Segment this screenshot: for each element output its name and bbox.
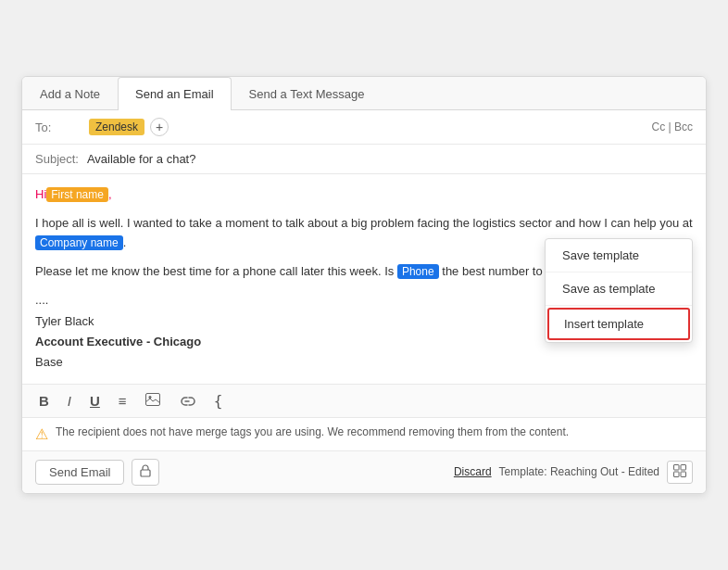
email-form: To: Zendesk + Cc | Bcc Subject: Availabl… [22, 110, 706, 493]
recipient-pill[interactable]: Zendesk [89, 119, 144, 135]
svg-rect-6 [681, 472, 686, 477]
tab-bar: Add a Note Send an Email Send a Text Mes… [22, 77, 706, 110]
link-button[interactable] [175, 391, 199, 411]
email-composer: Add a Note Send an Email Send a Text Mes… [21, 76, 707, 494]
greeting-hi: Hi [35, 187, 46, 201]
warning-icon: ⚠ [35, 425, 48, 443]
insert-template-item[interactable]: Insert template [547, 308, 690, 340]
tab-add-note[interactable]: Add a Note [22, 77, 118, 110]
para2-text: Please let me know the best time for a p… [35, 264, 394, 278]
para1-suffix: . [123, 235, 127, 249]
add-recipient-button[interactable]: + [150, 118, 169, 136]
footer-right: Discard Template: Reaching Out - Edited [454, 461, 693, 484]
svg-rect-3 [674, 464, 680, 470]
footer-bar: Send Email Discard Template: Reaching Ou… [22, 450, 706, 493]
save-template-item[interactable]: Save template [546, 239, 692, 272]
lock-button[interactable] [132, 459, 159, 486]
save-as-template-item[interactable]: Save as template [546, 272, 692, 306]
cc-bcc-toggle[interactable]: Cc | Bcc [652, 120, 693, 133]
send-email-button[interactable]: Send Email [35, 460, 124, 485]
tab-send-text[interactable]: Send a Text Message [232, 77, 383, 110]
subject-label: Subject: [35, 152, 79, 166]
discard-link[interactable]: Discard [454, 465, 492, 478]
merge-tag-first-name[interactable]: First name [46, 187, 108, 202]
subject-value[interactable]: Available for a chat? [87, 152, 196, 166]
underline-button[interactable]: U [86, 391, 104, 411]
para1-text: I hope all is well. I wanted to take a m… [35, 216, 693, 230]
italic-button[interactable]: I [64, 391, 75, 411]
code-button[interactable]: { [210, 390, 227, 412]
warning-bar: ⚠ The recipient does not have merge tags… [22, 417, 706, 450]
list-button[interactable]: ≡ [115, 391, 131, 411]
greeting-comma: , [108, 187, 112, 201]
image-button[interactable] [142, 391, 164, 411]
svg-rect-0 [145, 393, 159, 405]
sig-company: Base [35, 352, 693, 373]
svg-rect-5 [674, 472, 680, 477]
svg-rect-4 [681, 464, 686, 470]
to-row: To: Zendesk + Cc | Bcc [22, 110, 706, 145]
merge-tag-company[interactable]: Company name [35, 235, 123, 250]
subject-row: Subject: Available for a chat? [22, 145, 706, 174]
warning-text: The recipient does not have merge tags y… [56, 425, 569, 438]
greeting-line: HiFirst name, [35, 185, 693, 205]
template-dropdown: Save template Save as template Insert te… [545, 238, 693, 343]
formatting-toolbar: B I U ≡ { Save template Save as templ [22, 384, 706, 417]
template-name-label: Template: Reaching Out - Edited [499, 465, 659, 478]
tab-send-email[interactable]: Send an Email [118, 77, 232, 110]
merge-tag-phone[interactable]: Phone [397, 264, 439, 279]
template-icon-button[interactable] [667, 461, 693, 484]
to-label: To: [35, 120, 82, 134]
svg-rect-2 [141, 470, 150, 476]
bold-button[interactable]: B [35, 391, 53, 411]
